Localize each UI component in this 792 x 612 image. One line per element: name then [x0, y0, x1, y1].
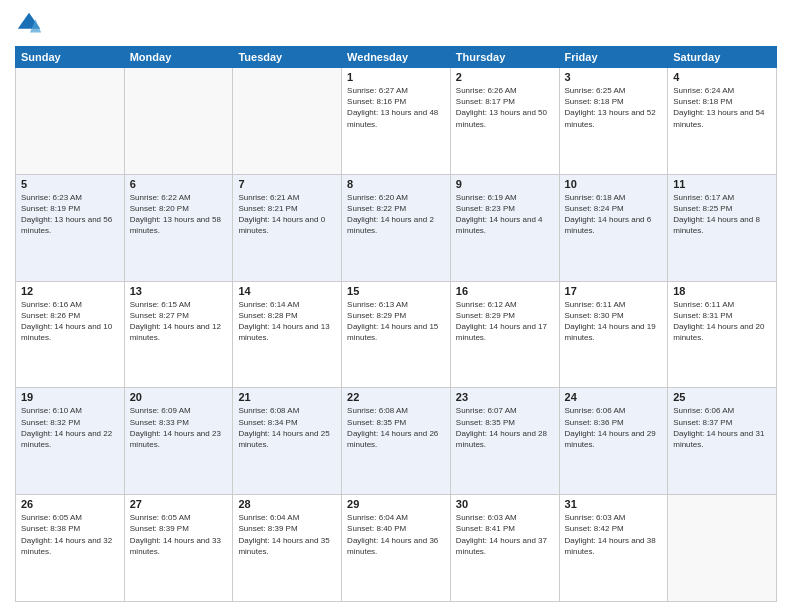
calendar-day	[124, 68, 233, 175]
day-info: Sunrise: 6:15 AMSunset: 8:27 PMDaylight:…	[130, 299, 228, 344]
day-number: 8	[347, 178, 445, 190]
day-info: Sunrise: 6:26 AMSunset: 8:17 PMDaylight:…	[456, 85, 554, 130]
day-number: 5	[21, 178, 119, 190]
calendar-day: 7Sunrise: 6:21 AMSunset: 8:21 PMDaylight…	[233, 174, 342, 281]
day-info: Sunrise: 6:14 AMSunset: 8:28 PMDaylight:…	[238, 299, 336, 344]
day-info: Sunrise: 6:04 AMSunset: 8:39 PMDaylight:…	[238, 512, 336, 557]
day-number: 21	[238, 391, 336, 403]
day-info: Sunrise: 6:22 AMSunset: 8:20 PMDaylight:…	[130, 192, 228, 237]
day-number: 6	[130, 178, 228, 190]
header-thursday: Thursday	[450, 47, 559, 68]
calendar-day: 2Sunrise: 6:26 AMSunset: 8:17 PMDaylight…	[450, 68, 559, 175]
day-number: 11	[673, 178, 771, 190]
calendar-day: 8Sunrise: 6:20 AMSunset: 8:22 PMDaylight…	[342, 174, 451, 281]
day-number: 14	[238, 285, 336, 297]
calendar-day: 30Sunrise: 6:03 AMSunset: 8:41 PMDayligh…	[450, 495, 559, 602]
calendar-day: 1Sunrise: 6:27 AMSunset: 8:16 PMDaylight…	[342, 68, 451, 175]
day-info: Sunrise: 6:24 AMSunset: 8:18 PMDaylight:…	[673, 85, 771, 130]
day-info: Sunrise: 6:06 AMSunset: 8:36 PMDaylight:…	[565, 405, 663, 450]
day-number: 30	[456, 498, 554, 510]
day-info: Sunrise: 6:11 AMSunset: 8:31 PMDaylight:…	[673, 299, 771, 344]
calendar-day: 9Sunrise: 6:19 AMSunset: 8:23 PMDaylight…	[450, 174, 559, 281]
calendar-day: 15Sunrise: 6:13 AMSunset: 8:29 PMDayligh…	[342, 281, 451, 388]
weekday-header-row: Sunday Monday Tuesday Wednesday Thursday…	[16, 47, 777, 68]
calendar-week-4: 19Sunrise: 6:10 AMSunset: 8:32 PMDayligh…	[16, 388, 777, 495]
day-info: Sunrise: 6:06 AMSunset: 8:37 PMDaylight:…	[673, 405, 771, 450]
day-number: 27	[130, 498, 228, 510]
calendar-day: 11Sunrise: 6:17 AMSunset: 8:25 PMDayligh…	[668, 174, 777, 281]
day-number: 29	[347, 498, 445, 510]
calendar-day: 26Sunrise: 6:05 AMSunset: 8:38 PMDayligh…	[16, 495, 125, 602]
day-info: Sunrise: 6:08 AMSunset: 8:34 PMDaylight:…	[238, 405, 336, 450]
calendar-day: 6Sunrise: 6:22 AMSunset: 8:20 PMDaylight…	[124, 174, 233, 281]
calendar-day	[668, 495, 777, 602]
calendar-day: 4Sunrise: 6:24 AMSunset: 8:18 PMDaylight…	[668, 68, 777, 175]
header-saturday: Saturday	[668, 47, 777, 68]
calendar-day: 10Sunrise: 6:18 AMSunset: 8:24 PMDayligh…	[559, 174, 668, 281]
day-info: Sunrise: 6:10 AMSunset: 8:32 PMDaylight:…	[21, 405, 119, 450]
header-wednesday: Wednesday	[342, 47, 451, 68]
day-info: Sunrise: 6:03 AMSunset: 8:42 PMDaylight:…	[565, 512, 663, 557]
calendar-week-3: 12Sunrise: 6:16 AMSunset: 8:26 PMDayligh…	[16, 281, 777, 388]
day-number: 25	[673, 391, 771, 403]
day-number: 1	[347, 71, 445, 83]
day-number: 4	[673, 71, 771, 83]
calendar-day	[233, 68, 342, 175]
header-tuesday: Tuesday	[233, 47, 342, 68]
calendar-day: 16Sunrise: 6:12 AMSunset: 8:29 PMDayligh…	[450, 281, 559, 388]
calendar-day: 14Sunrise: 6:14 AMSunset: 8:28 PMDayligh…	[233, 281, 342, 388]
day-number: 31	[565, 498, 663, 510]
day-info: Sunrise: 6:04 AMSunset: 8:40 PMDaylight:…	[347, 512, 445, 557]
calendar-day: 19Sunrise: 6:10 AMSunset: 8:32 PMDayligh…	[16, 388, 125, 495]
day-number: 26	[21, 498, 119, 510]
page: Sunday Monday Tuesday Wednesday Thursday…	[0, 0, 792, 612]
day-info: Sunrise: 6:03 AMSunset: 8:41 PMDaylight:…	[456, 512, 554, 557]
day-info: Sunrise: 6:21 AMSunset: 8:21 PMDaylight:…	[238, 192, 336, 237]
day-number: 12	[21, 285, 119, 297]
calendar-table: Sunday Monday Tuesday Wednesday Thursday…	[15, 46, 777, 602]
header-friday: Friday	[559, 47, 668, 68]
day-number: 18	[673, 285, 771, 297]
day-number: 22	[347, 391, 445, 403]
day-info: Sunrise: 6:05 AMSunset: 8:38 PMDaylight:…	[21, 512, 119, 557]
day-info: Sunrise: 6:25 AMSunset: 8:18 PMDaylight:…	[565, 85, 663, 130]
day-number: 2	[456, 71, 554, 83]
logo-icon	[15, 10, 43, 38]
day-number: 13	[130, 285, 228, 297]
day-info: Sunrise: 6:19 AMSunset: 8:23 PMDaylight:…	[456, 192, 554, 237]
calendar-day: 27Sunrise: 6:05 AMSunset: 8:39 PMDayligh…	[124, 495, 233, 602]
day-info: Sunrise: 6:09 AMSunset: 8:33 PMDaylight:…	[130, 405, 228, 450]
day-info: Sunrise: 6:23 AMSunset: 8:19 PMDaylight:…	[21, 192, 119, 237]
calendar-day: 25Sunrise: 6:06 AMSunset: 8:37 PMDayligh…	[668, 388, 777, 495]
calendar-day: 5Sunrise: 6:23 AMSunset: 8:19 PMDaylight…	[16, 174, 125, 281]
day-info: Sunrise: 6:17 AMSunset: 8:25 PMDaylight:…	[673, 192, 771, 237]
day-info: Sunrise: 6:27 AMSunset: 8:16 PMDaylight:…	[347, 85, 445, 130]
day-info: Sunrise: 6:12 AMSunset: 8:29 PMDaylight:…	[456, 299, 554, 344]
calendar-day: 3Sunrise: 6:25 AMSunset: 8:18 PMDaylight…	[559, 68, 668, 175]
day-number: 7	[238, 178, 336, 190]
calendar-day: 29Sunrise: 6:04 AMSunset: 8:40 PMDayligh…	[342, 495, 451, 602]
day-info: Sunrise: 6:11 AMSunset: 8:30 PMDaylight:…	[565, 299, 663, 344]
day-number: 19	[21, 391, 119, 403]
day-number: 20	[130, 391, 228, 403]
day-info: Sunrise: 6:05 AMSunset: 8:39 PMDaylight:…	[130, 512, 228, 557]
day-number: 16	[456, 285, 554, 297]
day-number: 9	[456, 178, 554, 190]
day-info: Sunrise: 6:13 AMSunset: 8:29 PMDaylight:…	[347, 299, 445, 344]
calendar-day	[16, 68, 125, 175]
calendar-day: 12Sunrise: 6:16 AMSunset: 8:26 PMDayligh…	[16, 281, 125, 388]
calendar-day: 17Sunrise: 6:11 AMSunset: 8:30 PMDayligh…	[559, 281, 668, 388]
header	[15, 10, 777, 38]
calendar-day: 23Sunrise: 6:07 AMSunset: 8:35 PMDayligh…	[450, 388, 559, 495]
logo	[15, 10, 47, 38]
header-monday: Monday	[124, 47, 233, 68]
calendar-day: 22Sunrise: 6:08 AMSunset: 8:35 PMDayligh…	[342, 388, 451, 495]
day-number: 24	[565, 391, 663, 403]
day-info: Sunrise: 6:20 AMSunset: 8:22 PMDaylight:…	[347, 192, 445, 237]
day-info: Sunrise: 6:08 AMSunset: 8:35 PMDaylight:…	[347, 405, 445, 450]
day-info: Sunrise: 6:18 AMSunset: 8:24 PMDaylight:…	[565, 192, 663, 237]
calendar-day: 13Sunrise: 6:15 AMSunset: 8:27 PMDayligh…	[124, 281, 233, 388]
day-number: 10	[565, 178, 663, 190]
day-number: 3	[565, 71, 663, 83]
calendar-day: 20Sunrise: 6:09 AMSunset: 8:33 PMDayligh…	[124, 388, 233, 495]
